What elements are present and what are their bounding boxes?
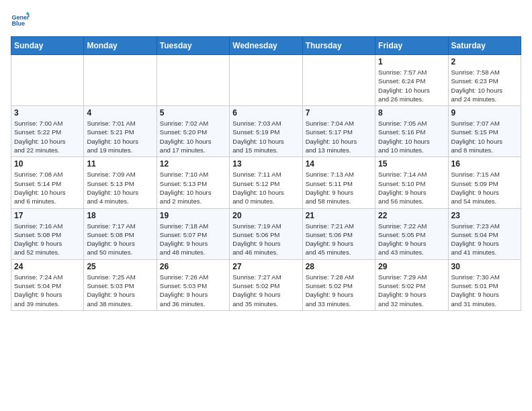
calendar-cell: 26Sunrise: 7:26 AM Sunset: 5:03 PM Dayli…: [157, 259, 229, 310]
day-number: 14: [306, 159, 372, 169]
day-info: Sunrise: 7:14 AM Sunset: 5:10 PM Dayligh…: [378, 170, 445, 205]
calendar-cell: 7Sunrise: 7:04 AM Sunset: 5:17 PM Daylig…: [302, 106, 375, 157]
calendar-cell: 4Sunrise: 7:01 AM Sunset: 5:21 PM Daylig…: [84, 106, 157, 157]
calendar-cell: 17Sunrise: 7:16 AM Sunset: 5:08 PM Dayli…: [11, 208, 84, 259]
day-number: 3: [14, 108, 81, 118]
day-info: Sunrise: 7:17 AM Sunset: 5:08 PM Dayligh…: [87, 222, 153, 257]
day-info: Sunrise: 7:28 AM Sunset: 5:02 PM Dayligh…: [306, 273, 372, 308]
calendar-cell: 15Sunrise: 7:14 AM Sunset: 5:10 PM Dayli…: [375, 157, 448, 208]
day-info: Sunrise: 7:22 AM Sunset: 5:05 PM Dayligh…: [378, 222, 445, 257]
calendar-cell: 28Sunrise: 7:28 AM Sunset: 5:02 PM Dayli…: [302, 259, 375, 310]
week-row-2: 3Sunrise: 7:00 AM Sunset: 5:22 PM Daylig…: [11, 106, 521, 157]
calendar-cell: 29Sunrise: 7:29 AM Sunset: 5:02 PM Dayli…: [375, 259, 448, 310]
day-info: Sunrise: 7:02 AM Sunset: 5:20 PM Dayligh…: [160, 119, 226, 154]
day-number: 18: [87, 211, 153, 220]
weekday-header-sunday: Sunday: [11, 37, 84, 55]
day-info: Sunrise: 7:16 AM Sunset: 5:08 PM Dayligh…: [14, 222, 81, 257]
calendar-cell: 10Sunrise: 7:08 AM Sunset: 5:14 PM Dayli…: [11, 157, 84, 208]
day-number: 8: [378, 108, 445, 118]
calendar-cell: 19Sunrise: 7:18 AM Sunset: 5:07 PM Dayli…: [157, 208, 229, 259]
calendar-cell: 23Sunrise: 7:23 AM Sunset: 5:04 PM Dayli…: [448, 208, 521, 259]
day-info: Sunrise: 7:09 AM Sunset: 5:13 PM Dayligh…: [87, 170, 153, 205]
calendar-cell: [230, 55, 302, 106]
calendar-cell: 27Sunrise: 7:27 AM Sunset: 5:02 PM Dayli…: [230, 259, 302, 310]
day-info: Sunrise: 7:25 AM Sunset: 5:03 PM Dayligh…: [87, 273, 153, 308]
day-number: 23: [451, 211, 518, 220]
calendar-cell: 6Sunrise: 7:03 AM Sunset: 5:19 PM Daylig…: [230, 106, 302, 157]
week-row-4: 17Sunrise: 7:16 AM Sunset: 5:08 PM Dayli…: [11, 208, 521, 259]
day-number: 16: [451, 159, 518, 169]
calendar-cell: [302, 55, 375, 106]
day-number: 6: [232, 108, 299, 118]
day-info: Sunrise: 7:01 AM Sunset: 5:21 PM Dayligh…: [87, 119, 153, 154]
calendar-cell: 9Sunrise: 7:07 AM Sunset: 5:15 PM Daylig…: [448, 106, 521, 157]
day-info: Sunrise: 7:18 AM Sunset: 5:07 PM Dayligh…: [160, 222, 226, 257]
weekday-header-friday: Friday: [375, 37, 448, 55]
weekday-header-wednesday: Wednesday: [230, 37, 302, 55]
calendar-cell: 14Sunrise: 7:13 AM Sunset: 5:11 PM Dayli…: [302, 157, 375, 208]
logo: General Blue: [11, 11, 30, 30]
weekday-header-tuesday: Tuesday: [157, 37, 229, 55]
day-info: Sunrise: 7:29 AM Sunset: 5:02 PM Dayligh…: [378, 273, 445, 308]
day-number: 17: [14, 211, 81, 220]
svg-text:General: General: [11, 14, 30, 21]
day-info: Sunrise: 7:23 AM Sunset: 5:04 PM Dayligh…: [451, 222, 518, 257]
week-row-3: 10Sunrise: 7:08 AM Sunset: 5:14 PM Dayli…: [11, 157, 521, 208]
day-number: 19: [160, 211, 226, 220]
day-info: Sunrise: 7:57 AM Sunset: 6:24 PM Dayligh…: [378, 68, 445, 103]
day-info: Sunrise: 7:13 AM Sunset: 5:11 PM Dayligh…: [306, 170, 372, 205]
day-number: 25: [87, 262, 153, 271]
weekday-header-monday: Monday: [84, 37, 157, 55]
day-number: 4: [87, 108, 153, 118]
calendar-cell: 12Sunrise: 7:10 AM Sunset: 5:13 PM Dayli…: [157, 157, 229, 208]
calendar-cell: 16Sunrise: 7:15 AM Sunset: 5:09 PM Dayli…: [448, 157, 521, 208]
day-number: 24: [14, 262, 81, 271]
header: General Blue: [11, 11, 521, 30]
day-info: Sunrise: 7:15 AM Sunset: 5:09 PM Dayligh…: [451, 170, 518, 205]
calendar-cell: [157, 55, 229, 106]
day-number: 28: [306, 262, 372, 271]
day-info: Sunrise: 7:19 AM Sunset: 5:06 PM Dayligh…: [232, 222, 299, 257]
calendar-cell: 3Sunrise: 7:00 AM Sunset: 5:22 PM Daylig…: [11, 106, 84, 157]
calendar-cell: [84, 55, 157, 106]
calendar-cell: 5Sunrise: 7:02 AM Sunset: 5:20 PM Daylig…: [157, 106, 229, 157]
day-info: Sunrise: 7:58 AM Sunset: 6:23 PM Dayligh…: [451, 68, 518, 103]
calendar-cell: 2Sunrise: 7:58 AM Sunset: 6:23 PM Daylig…: [448, 55, 521, 106]
calendar-cell: 30Sunrise: 7:30 AM Sunset: 5:01 PM Dayli…: [448, 259, 521, 310]
day-info: Sunrise: 7:05 AM Sunset: 5:16 PM Dayligh…: [378, 119, 445, 154]
weekday-header-row: SundayMondayTuesdayWednesdayThursdayFrid…: [11, 37, 521, 55]
calendar-cell: 8Sunrise: 7:05 AM Sunset: 5:16 PM Daylig…: [375, 106, 448, 157]
week-row-1: 1Sunrise: 7:57 AM Sunset: 6:24 PM Daylig…: [11, 55, 521, 106]
day-info: Sunrise: 7:27 AM Sunset: 5:02 PM Dayligh…: [232, 273, 299, 308]
day-number: 5: [160, 108, 226, 118]
day-info: Sunrise: 7:24 AM Sunset: 5:04 PM Dayligh…: [14, 273, 81, 308]
day-number: 29: [378, 262, 445, 271]
day-number: 21: [306, 211, 372, 220]
day-number: 12: [160, 159, 226, 169]
day-number: 22: [378, 211, 445, 220]
day-number: 15: [378, 159, 445, 169]
day-info: Sunrise: 7:10 AM Sunset: 5:13 PM Dayligh…: [160, 170, 226, 205]
day-info: Sunrise: 7:04 AM Sunset: 5:17 PM Dayligh…: [306, 119, 372, 154]
day-number: 13: [232, 159, 299, 169]
week-row-5: 24Sunrise: 7:24 AM Sunset: 5:04 PM Dayli…: [11, 259, 521, 310]
calendar-cell: 11Sunrise: 7:09 AM Sunset: 5:13 PM Dayli…: [84, 157, 157, 208]
calendar-cell: [11, 55, 84, 106]
day-number: 1: [378, 57, 445, 66]
calendar-cell: 21Sunrise: 7:21 AM Sunset: 5:06 PM Dayli…: [302, 208, 375, 259]
day-number: 26: [160, 262, 226, 271]
calendar: SundayMondayTuesdayWednesdayThursdayFrid…: [11, 36, 521, 311]
calendar-cell: 25Sunrise: 7:25 AM Sunset: 5:03 PM Dayli…: [84, 259, 157, 310]
weekday-header-thursday: Thursday: [302, 37, 375, 55]
calendar-cell: 20Sunrise: 7:19 AM Sunset: 5:06 PM Dayli…: [230, 208, 302, 259]
svg-text:Blue: Blue: [11, 20, 25, 27]
day-number: 11: [87, 159, 153, 169]
day-number: 10: [14, 159, 81, 169]
logo-icon: General Blue: [11, 11, 30, 30]
day-info: Sunrise: 7:00 AM Sunset: 5:22 PM Dayligh…: [14, 119, 81, 154]
calendar-cell: 18Sunrise: 7:17 AM Sunset: 5:08 PM Dayli…: [84, 208, 157, 259]
day-number: 9: [451, 108, 518, 118]
day-info: Sunrise: 7:03 AM Sunset: 5:19 PM Dayligh…: [232, 119, 299, 154]
day-info: Sunrise: 7:08 AM Sunset: 5:14 PM Dayligh…: [14, 170, 81, 205]
day-number: 7: [306, 108, 372, 118]
